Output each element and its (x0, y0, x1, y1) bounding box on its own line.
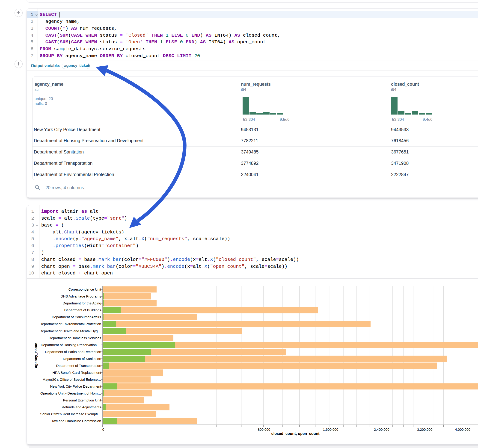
svg-text:Refunds and Adjustments: Refunds and Adjustments (62, 405, 101, 409)
svg-text:Correspondence Unit: Correspondence Unit (69, 287, 101, 291)
svg-text:Department of Health and Menta: Department of Health and Mental Hyg… (40, 329, 101, 333)
svg-text:Taxi and Limousine Commission: Taxi and Limousine Commission (51, 419, 101, 423)
svg-text:1,600,000: 1,600,000 (323, 428, 338, 431)
svg-text:Operations Unit - Department o: Operations Unit - Department of Hom… (40, 391, 101, 395)
svg-text:Department for the Aging: Department for the Aging (63, 301, 101, 305)
svg-text:0: 0 (102, 428, 104, 431)
svg-text:2,400,000: 2,400,000 (374, 428, 390, 431)
svg-text:Department of Parks and Recrea: Department of Parks and Recreation (45, 350, 101, 354)
svg-text:800,000: 800,000 (258, 428, 270, 431)
svg-text:HRA Benefit Card Replacement: HRA Benefit Card Replacement (53, 371, 101, 374)
svg-text:New York City Police Departmen: New York City Police Department (50, 384, 101, 388)
svg-text:Department of Transportation: Department of Transportation (56, 364, 101, 367)
svg-text:closed_count, open_count: closed_count, open_count (271, 431, 320, 436)
svg-text:Mayorâ€ s Office of Special En: Mayorâ€ s Office of Special Enforce… (42, 378, 101, 381)
svg-text:Personal Exemption Unit: Personal Exemption Unit (63, 398, 101, 402)
svg-text:Department of Buildings: Department of Buildings (64, 308, 101, 312)
svg-text:Department of Environmental Pr: Department of Environmental Protection (40, 322, 101, 326)
svg-text:agency_name: agency_name (34, 343, 38, 368)
svg-text:Department of Consumer Affairs: Department of Consumer Affairs (52, 315, 101, 319)
svg-text:Department of Homeless Service: Department of Homeless Services (49, 336, 101, 340)
svg-text:4,000,000: 4,000,000 (455, 428, 470, 431)
svg-text:Department of Sanitation: Department of Sanitation (63, 357, 101, 361)
svg-text:Department of Housing Preserva: Department of Housing Preservation … (41, 343, 101, 347)
svg-text:DHS Advantage Programs: DHS Advantage Programs (61, 294, 101, 298)
svg-text:3,200,000: 3,200,000 (417, 428, 433, 431)
svg-text:Senior Citizen Rent Increase E: Senior Citizen Rent Increase Exempti… (40, 412, 101, 416)
